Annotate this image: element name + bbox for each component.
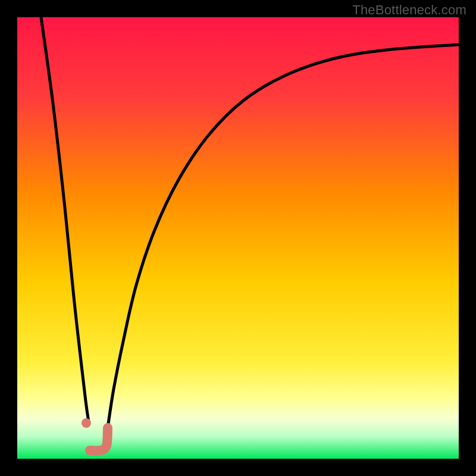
curves-layer [17,17,459,459]
plot-area [17,17,459,459]
chart-frame: TheBottleneck.com [0,0,476,476]
watermark-text: TheBottleneck.com [352,2,466,18]
marker-j-shape [90,428,108,451]
left-branch-line [41,17,89,422]
right-branch-line [108,45,459,428]
marker-dot [82,418,91,428]
